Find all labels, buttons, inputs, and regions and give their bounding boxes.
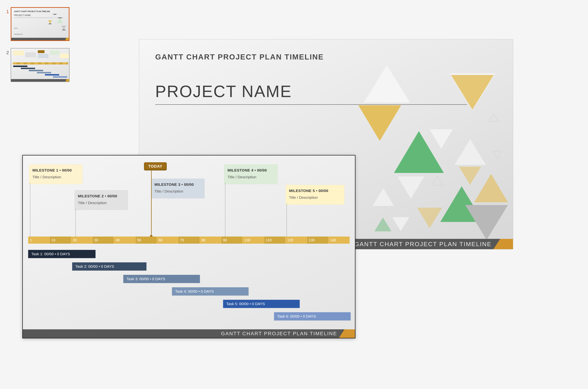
thumbnail-2-row: 2 bbox=[3, 48, 71, 82]
thumb1-heading: GANTT CHART PROJECT PLAN TIMELINE bbox=[14, 10, 50, 12]
milestone-desc: Title / Description bbox=[33, 174, 79, 180]
thumb2-card bbox=[50, 51, 60, 55]
thumb2-task bbox=[53, 76, 67, 78]
task-bar-3[interactable]: Task 3: 00/00 • 0 DAYS bbox=[123, 275, 200, 283]
triangle-outline-icon bbox=[492, 151, 502, 159]
triangle-icon bbox=[373, 188, 394, 206]
today-label: TODAY bbox=[148, 164, 163, 168]
milestone-card-3[interactable]: MILESTONE 3 • 00/00 Title / Description bbox=[151, 179, 205, 198]
thumb1-prepared-label: PREPARED BY bbox=[14, 34, 23, 35]
today-flag[interactable]: TODAY bbox=[144, 162, 167, 170]
ruler-tick: 90 bbox=[221, 236, 242, 244]
thumb2-ruler bbox=[13, 62, 68, 65]
milestone-desc: Title / Description bbox=[228, 174, 274, 180]
milestone-card-1[interactable]: MILESTONE 1 • 00/00 Title / Description bbox=[29, 164, 82, 184]
milestone-connector-5 bbox=[286, 204, 287, 236]
milestone-desc: Title / Description bbox=[154, 189, 201, 194]
thumb2-footer-bar bbox=[11, 79, 69, 82]
milestone-card-2[interactable]: MILESTONE 2 • 00/00 Title / Description bbox=[74, 190, 128, 210]
milestone-title: MILESTONE 5 • 00/00 bbox=[289, 188, 341, 194]
thumb2-card bbox=[60, 54, 69, 58]
ruler-tick: 110 bbox=[264, 236, 285, 244]
ruler-tick: 80 bbox=[200, 236, 221, 244]
triangle-icon bbox=[465, 205, 508, 240]
thumb2-card bbox=[38, 54, 48, 58]
ruler-tick: 120 bbox=[285, 236, 307, 244]
svg-marker-1 bbox=[432, 176, 443, 185]
thumb1-date-label: DATE bbox=[14, 28, 18, 29]
thumb1-footer-bar bbox=[11, 38, 69, 40]
triangle-icon bbox=[474, 174, 508, 202]
triangle-icon bbox=[52, 14, 57, 19]
ruler-tick: 30 bbox=[93, 236, 114, 244]
triangle-icon bbox=[417, 208, 442, 228]
task-label: Task 4: 00/00 • 0 DAYS bbox=[175, 289, 214, 293]
slide-heading[interactable]: GANTT CHART PROJECT PLAN TIMELINE bbox=[155, 53, 324, 61]
task-label: Task 1: 00/00 • 0 DAYS bbox=[31, 252, 70, 256]
milestone-title: MILESTONE 4 • 00/00 bbox=[228, 167, 274, 173]
thumb2-task bbox=[37, 72, 51, 73]
triangle-outline-icon bbox=[431, 176, 444, 186]
slide-title[interactable]: PROJECT NAME bbox=[155, 82, 292, 101]
today-line bbox=[151, 170, 152, 236]
gantt-footer-text: GANTT CHART PROJECT PLAN TIMELINE bbox=[221, 331, 337, 336]
thumb2-today bbox=[38, 50, 44, 53]
triangle-icon bbox=[374, 218, 391, 231]
thumb2-task bbox=[21, 68, 35, 69]
triangle-icon bbox=[392, 217, 409, 231]
ruler-tick: 20 bbox=[71, 236, 93, 244]
gantt-slide-canvas[interactable]: MILESTONE 1 • 00/00 Title / Description … bbox=[22, 155, 355, 338]
milestone-card-4[interactable]: MILESTONE 4 • 00/00 Title / Description bbox=[224, 164, 277, 184]
milestone-desc: Title / Description bbox=[78, 200, 125, 206]
task-label: Task 5: 00/00 • 0 DAYS bbox=[226, 302, 265, 306]
task-bar-1[interactable]: Task 1: 00/00 • 0 DAYS bbox=[28, 250, 96, 258]
thumb2-task bbox=[13, 65, 28, 67]
task-label: Task 6: 00/00 • 0 DAYS bbox=[277, 314, 316, 319]
ruler-tick: 100 bbox=[242, 236, 264, 244]
thumbnail-2-number: 2 bbox=[3, 50, 11, 55]
ruler-tick: 70 bbox=[178, 236, 200, 244]
thumb1-title: PROJECT NAME bbox=[14, 14, 31, 17]
svg-marker-2 bbox=[492, 151, 502, 159]
thumb2-task bbox=[29, 70, 43, 71]
thumb2-task bbox=[45, 74, 59, 75]
milestone-card-5[interactable]: MILESTONE 5 • 00/00 Title / Description bbox=[286, 185, 345, 205]
gantt-footer-bar: GANTT CHART PROJECT PLAN TIMELINE bbox=[23, 329, 355, 338]
task-label: Task 3: 00/00 • 0 DAYS bbox=[127, 277, 165, 281]
milestone-connector-2 bbox=[75, 209, 76, 236]
task-bar-6[interactable]: Task 6: 00/00 • 0 DAYS bbox=[274, 312, 351, 321]
task-label: Task 2: 00/00 • 0 DAYS bbox=[75, 264, 114, 269]
ruler-tick: 130 bbox=[307, 236, 328, 244]
slide-thumbnail-1[interactable]: GANTT CHART PROJECT PLAN TIMELINE PROJEC… bbox=[11, 7, 69, 41]
task-bar-5[interactable]: Task 5: 00/00 • 0 DAYS bbox=[223, 300, 300, 308]
triangle-icon bbox=[398, 176, 424, 199]
ruler-tick: 140 bbox=[328, 236, 349, 244]
task-bar-2[interactable]: Task 2: 00/00 • 0 DAYS bbox=[72, 262, 146, 271]
thumb2-card bbox=[13, 51, 24, 56]
ruler-tick: 40 bbox=[114, 236, 135, 244]
gantt-content: MILESTONE 1 • 00/00 Title / Description … bbox=[23, 156, 355, 338]
thumbnail-1-number: 1 bbox=[3, 9, 11, 14]
triangle-icon bbox=[61, 26, 66, 30]
triangle-icon bbox=[430, 129, 453, 149]
triangle-icon bbox=[364, 65, 410, 103]
milestone-desc: Title / Description bbox=[289, 195, 341, 200]
task-bar-4[interactable]: Task 4: 00/00 • 0 DAYS bbox=[172, 287, 248, 295]
triangle-icon bbox=[48, 20, 52, 24]
thumb2-card bbox=[25, 52, 36, 57]
ruler-tick: 10 bbox=[50, 236, 71, 244]
ruler-tick: 60 bbox=[157, 236, 178, 244]
svg-marker-0 bbox=[489, 114, 499, 122]
milestone-connector-4 bbox=[225, 183, 225, 236]
triangle-icon bbox=[451, 75, 494, 110]
slide-thumbnail-2[interactable] bbox=[11, 48, 69, 82]
title-underline bbox=[155, 104, 467, 105]
slide-footer-text: GANTT CHART PROJECT PLAN TIMELINE bbox=[354, 241, 492, 248]
ruler-tick: 50 bbox=[136, 236, 157, 244]
triangle-outline-icon bbox=[488, 113, 499, 122]
timeline-ruler: 1 10 20 30 40 50 60 70 80 90 100 110 120… bbox=[28, 236, 349, 244]
thumbnail-1-row: 1 GANTT CHART PROJECT PLAN TIMELINE PROJ… bbox=[3, 7, 71, 41]
milestone-title: MILESTONE 1 • 00/00 bbox=[33, 167, 79, 173]
milestone-title: MILESTONE 3 • 00/00 bbox=[154, 182, 201, 187]
milestone-connector-1 bbox=[30, 183, 30, 236]
